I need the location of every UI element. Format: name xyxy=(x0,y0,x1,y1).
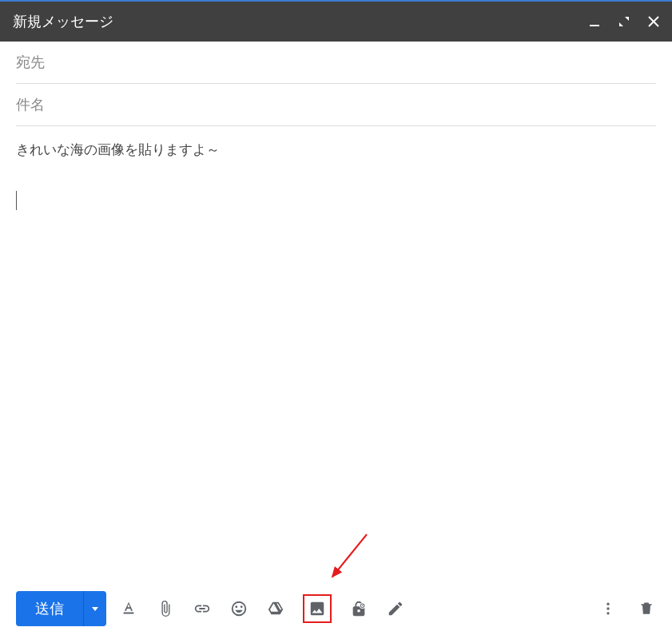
text-format-icon[interactable] xyxy=(119,599,138,618)
subject-field[interactable]: 件名 xyxy=(16,84,656,126)
close-icon[interactable] xyxy=(648,16,659,27)
drive-icon[interactable] xyxy=(266,599,285,618)
compose-title: 新規メッセージ xyxy=(13,12,113,31)
link-icon[interactable] xyxy=(193,599,212,618)
compose-titlebar: 新規メッセージ xyxy=(0,2,672,42)
confidential-icon[interactable] xyxy=(349,599,368,618)
expand-icon[interactable] xyxy=(618,15,630,28)
to-field[interactable]: 宛先 xyxy=(16,42,656,84)
format-toolbar xyxy=(119,594,405,623)
delete-icon[interactable] xyxy=(637,599,656,618)
svg-rect-0 xyxy=(590,25,599,26)
subject-label: 件名 xyxy=(16,97,45,113)
insert-image-icon[interactable] xyxy=(303,594,332,623)
compose-toolbar: 送信 xyxy=(0,581,672,639)
send-options-dropdown[interactable] xyxy=(83,591,106,626)
compose-window: 新規メッセージ 宛先 件名 きれいな海の画像を貼りますよ～ xyxy=(0,0,672,639)
titlebar-actions xyxy=(589,15,659,28)
compose-fields: 宛先 件名 xyxy=(0,42,672,126)
attachment-icon[interactable] xyxy=(156,599,175,618)
svg-marker-5 xyxy=(92,607,98,611)
emoji-icon[interactable] xyxy=(229,599,249,618)
svg-point-8 xyxy=(606,607,609,609)
send-button-group: 送信 xyxy=(16,591,106,626)
svg-point-7 xyxy=(606,603,609,605)
more-menu-icon[interactable] xyxy=(598,599,618,618)
send-button[interactable]: 送信 xyxy=(16,591,83,626)
body-text-line: きれいな海の画像を貼りますよ～ xyxy=(16,141,656,159)
compose-body[interactable]: きれいな海の画像を貼りますよ～ xyxy=(0,126,672,581)
signature-icon[interactable] xyxy=(386,599,405,618)
to-label: 宛先 xyxy=(16,54,45,70)
right-toolbar xyxy=(598,599,656,618)
text-cursor xyxy=(16,191,17,210)
minimize-icon[interactable] xyxy=(589,16,600,27)
svg-point-9 xyxy=(606,612,609,614)
